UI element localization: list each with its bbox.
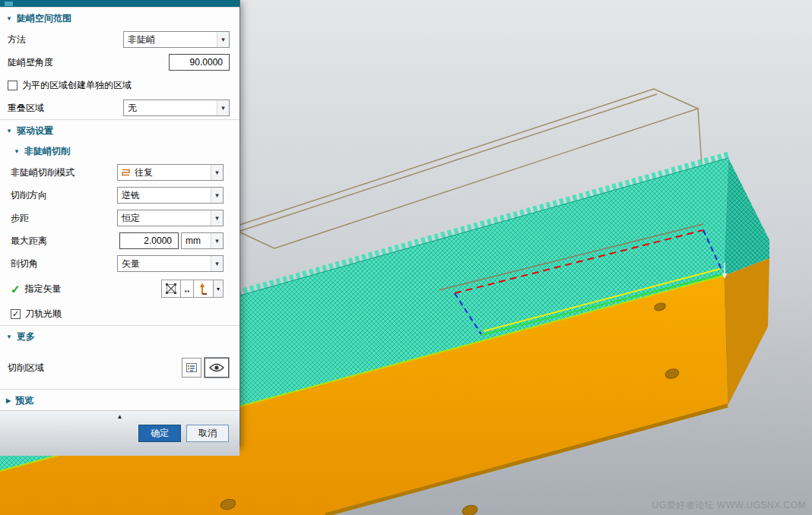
up-arrow-vector-icon bbox=[198, 282, 210, 295]
section-steep-containment[interactable]: ▼ 陡峭空间范围 bbox=[0, 7, 239, 28]
method-row: 方法 非陡峭 ▾ bbox=[0, 28, 239, 51]
smoothing-row: ✓ 刀轨光顺 bbox=[0, 302, 239, 325]
steep-angle-row: 陡峭壁角度 bbox=[0, 51, 239, 74]
cancel-button[interactable]: 取消 bbox=[186, 425, 229, 442]
application-window: UG爱好者论坛 WWW.UGSNX.COM ▼ 陡峭空间范围 方法 非陡峭 ▾ … bbox=[0, 0, 812, 515]
caret-down-icon: ▼ bbox=[6, 128, 12, 134]
combo-arrow-icon[interactable]: ▾ bbox=[211, 256, 223, 271]
combo-arrow-icon[interactable]: ▾ bbox=[217, 32, 229, 47]
caret-down-icon: ▼ bbox=[6, 16, 12, 22]
method-combo[interactable]: 非陡峭 ▾ bbox=[123, 31, 230, 48]
section-drive-title: 驱动设置 bbox=[17, 125, 53, 137]
cut-direction-row: 切削方向 逆铣 ▾ bbox=[0, 184, 239, 207]
cut-area-display-button[interactable] bbox=[205, 358, 229, 378]
max-distance-label: 最大距离 bbox=[11, 235, 119, 248]
cut-direction-value: 逆铣 bbox=[118, 189, 211, 202]
flat-area-row: 为平的区域创建单独的区域 bbox=[0, 74, 239, 96]
section-steep-title: 陡峭空间范围 bbox=[17, 12, 71, 25]
check-icon: ✓ bbox=[11, 283, 21, 295]
collapse-arrow-icon[interactable]: ▲ bbox=[117, 413, 123, 420]
caret-down-icon: ▼ bbox=[6, 334, 12, 340]
smoothing-checkbox[interactable]: ✓ bbox=[11, 309, 21, 319]
section-drive-settings[interactable]: ▼ 驱动设置 bbox=[0, 119, 239, 141]
vector-dialog-icon bbox=[165, 283, 177, 295]
section-preview-title: 预览 bbox=[15, 394, 33, 407]
smoothing-label: 刀轨光顺 bbox=[25, 308, 224, 321]
overlap-row: 重叠区域 无 ▾ bbox=[0, 96, 239, 119]
stepover-row: 步距 恒定 ▾ bbox=[0, 207, 239, 229]
overlap-label: 重叠区域 bbox=[8, 102, 123, 115]
cut-area-select-button[interactable] bbox=[182, 358, 201, 378]
section-nonsteep-cut[interactable]: ▼ 非陡峭切削 bbox=[0, 141, 239, 161]
list-select-icon bbox=[186, 362, 198, 374]
cut-pattern-label: 非陡峭切削模式 bbox=[11, 166, 117, 179]
cut-area-label: 切削区域 bbox=[8, 362, 182, 374]
cut-angle-combo[interactable]: 矢量 ▾ bbox=[117, 255, 224, 272]
vector-type-dropdown[interactable]: ▾ bbox=[214, 280, 224, 298]
max-distance-input[interactable] bbox=[119, 232, 179, 249]
steep-angle-input[interactable] bbox=[169, 54, 230, 71]
dialog-icon bbox=[5, 2, 13, 6]
cut-angle-label: 剖切角 bbox=[11, 258, 117, 270]
combo-arrow-icon: ▾ bbox=[217, 286, 220, 292]
flat-area-checkbox[interactable] bbox=[8, 81, 17, 90]
section-preview[interactable]: ▶ 预览 bbox=[0, 389, 239, 410]
vector-type-button[interactable] bbox=[194, 280, 214, 298]
operation-dialog: ▼ 陡峭空间范围 方法 非陡峭 ▾ 陡峭壁角度 为平的区域创建单独的区域 重叠区… bbox=[0, 0, 240, 447]
stepover-label: 步距 bbox=[11, 212, 117, 225]
ok-button[interactable]: 确定 bbox=[138, 425, 181, 442]
stepover-value: 恒定 bbox=[118, 212, 211, 225]
combo-arrow-icon[interactable]: ▾ bbox=[217, 100, 229, 115]
steep-angle-label: 陡峭壁角度 bbox=[8, 56, 169, 69]
point-dialog-button[interactable] bbox=[181, 280, 194, 298]
max-distance-unit-combo[interactable]: mm ▾ bbox=[181, 232, 224, 249]
caret-down-icon: ▼ bbox=[14, 149, 20, 155]
specify-vector-label: 指定矢量 bbox=[25, 283, 161, 295]
combo-arrow-icon[interactable]: ▾ bbox=[211, 188, 223, 203]
watermark: UG爱好者论坛 WWW.UGSNX.COM bbox=[652, 499, 807, 512]
cut-area-row: 切削区域 bbox=[0, 346, 239, 389]
max-distance-unit: mm bbox=[182, 235, 211, 246]
cut-angle-row: 剖切角 矢量 ▾ bbox=[0, 252, 239, 275]
cut-pattern-value: 往复 bbox=[131, 166, 211, 179]
vector-dialog-button[interactable] bbox=[161, 280, 181, 298]
dialog-titlebar[interactable] bbox=[0, 0, 239, 7]
stepover-combo[interactable]: 恒定 ▾ bbox=[117, 210, 224, 226]
combo-arrow-icon[interactable]: ▾ bbox=[211, 233, 223, 248]
cut-pattern-row: 非陡峭切削模式 往复 ▾ bbox=[0, 161, 239, 184]
section-nonsteep-title: 非陡峭切削 bbox=[24, 145, 70, 158]
section-more-title: 更多 bbox=[17, 330, 35, 343]
eye-icon bbox=[209, 363, 224, 372]
dots-icon bbox=[184, 284, 190, 293]
caret-right-icon: ▶ bbox=[6, 398, 11, 404]
max-distance-row: 最大距离 mm ▾ bbox=[0, 229, 239, 252]
check-icon: ✓ bbox=[12, 310, 19, 318]
specify-vector-row: ✓ 指定矢量 bbox=[0, 275, 239, 302]
combo-arrow-icon[interactable]: ▾ bbox=[211, 210, 223, 226]
cut-direction-label: 切削方向 bbox=[11, 189, 117, 202]
cut-angle-value: 矢量 bbox=[118, 258, 211, 270]
combo-arrow-icon[interactable]: ▾ bbox=[211, 165, 223, 180]
zigzag-pattern-icon bbox=[118, 168, 131, 177]
section-more[interactable]: ▼ 更多 bbox=[0, 325, 239, 346]
method-value: 非陡峭 bbox=[124, 33, 217, 46]
cut-pattern-combo[interactable]: 往复 ▾ bbox=[117, 164, 224, 181]
cut-direction-combo[interactable]: 逆铣 ▾ bbox=[117, 187, 224, 204]
flat-area-label: 为平的区域创建单独的区域 bbox=[22, 79, 230, 92]
dialog-footer: ▲ 确定 取消 bbox=[0, 410, 239, 456]
overlap-value: 无 bbox=[124, 102, 217, 115]
overlap-combo[interactable]: 无 ▾ bbox=[123, 100, 230, 116]
method-label: 方法 bbox=[8, 33, 123, 46]
